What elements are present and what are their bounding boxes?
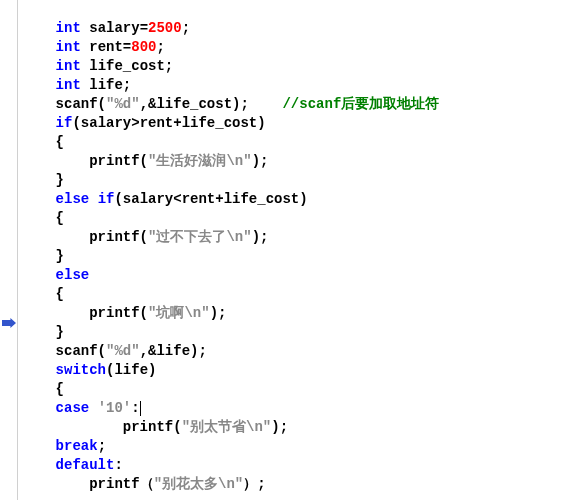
code-line: else if(salary<rent+life_cost): [22, 190, 575, 209]
keyword: int: [56, 20, 81, 36]
code-line: break;: [22, 437, 575, 456]
keyword: else: [56, 267, 90, 283]
code-line: printf("坑啊\n");: [22, 304, 575, 323]
keyword: int: [56, 39, 81, 55]
code-line: {: [22, 380, 575, 399]
code-line: printf("过不下去了\n");: [22, 228, 575, 247]
code-line: int salary=2500;: [22, 19, 575, 38]
comment: //scanf后要加取地址符: [282, 96, 439, 112]
code-line: {: [22, 209, 575, 228]
keyword: int: [56, 77, 81, 93]
keyword: break: [56, 438, 98, 454]
keyword: int: [56, 58, 81, 74]
code-line: if(salary>rent+life_cost): [22, 114, 575, 133]
code-line: {: [22, 133, 575, 152]
code-line: {: [22, 285, 575, 304]
keyword: case: [56, 400, 90, 416]
keyword: if: [98, 191, 115, 207]
code-line: case '10':: [22, 399, 575, 418]
code-line: [22, 0, 575, 19]
code-line: int life_cost;: [22, 57, 575, 76]
gutter: [0, 0, 18, 500]
code-line: printf（"别花太多\n"）;: [22, 475, 575, 494]
code-editor[interactable]: int salary=2500; int rent=800; int life_…: [18, 0, 575, 494]
code-line: }: [22, 247, 575, 266]
code-line: scanf("%d",&life_cost); //scanf后要加取地址符: [22, 95, 575, 114]
code-line: switch(life): [22, 361, 575, 380]
text-cursor: [140, 401, 141, 416]
code-line: }: [22, 171, 575, 190]
keyword: default: [56, 457, 115, 473]
keyword: switch: [56, 362, 106, 378]
code-line: printf("生活好滋润\n");: [22, 152, 575, 171]
code-line: }: [22, 323, 575, 342]
keyword: if: [56, 115, 73, 131]
code-line: int rent=800;: [22, 38, 575, 57]
code-line: printf("别太节省\n");: [22, 418, 575, 437]
code-line: else: [22, 266, 575, 285]
keyword: else: [56, 191, 90, 207]
code-line: default:: [22, 456, 575, 475]
code-line: int life;: [22, 76, 575, 95]
code-line: scanf("%d",&life);: [22, 342, 575, 361]
